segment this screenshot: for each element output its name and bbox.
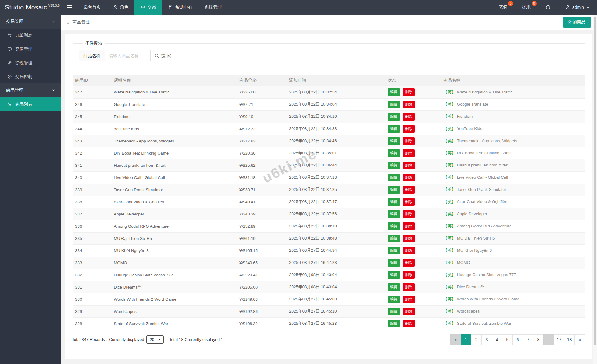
edit-button[interactable]: 编辑: [388, 125, 400, 133]
sidebar-item-product-list[interactable]: 商品列表: [0, 97, 61, 111]
edit-button[interactable]: 编辑: [388, 186, 400, 194]
delete-button[interactable]: 删除: [403, 320, 415, 327]
page-button-2[interactable]: 2: [471, 334, 482, 345]
edit-button[interactable]: 编辑: [388, 101, 400, 108]
delete-button[interactable]: 删除: [403, 308, 415, 315]
delete-button[interactable]: 删除: [403, 162, 415, 169]
table-row: 336Among Gods! RPG Adventure¥/$52.892025…: [73, 220, 585, 232]
edit-button[interactable]: 编辑: [388, 320, 400, 327]
edit-button[interactable]: 编辑: [388, 235, 400, 242]
cell-product-name: 【英】MU Khởi Nguyên 3: [441, 244, 585, 257]
product-name-text: DIY Boba Tea: Drinking Game: [457, 151, 512, 155]
page-button-3[interactable]: 3: [481, 334, 492, 345]
edit-button[interactable]: 编辑: [388, 222, 400, 230]
cell-price: ¥/$220.41: [237, 269, 287, 281]
delete-button[interactable]: 删除: [403, 198, 415, 206]
page-button-...[interactable]: ...: [543, 334, 554, 345]
product-name-text: Fishdom: [457, 114, 473, 119]
edit-button[interactable]: 编辑: [388, 198, 400, 206]
add-product-button[interactable]: 添加商品: [563, 17, 591, 28]
nav-item-roles[interactable]: 角色: [107, 0, 134, 15]
delete-button[interactable]: 删除: [403, 235, 415, 242]
page-button-6[interactable]: 6: [512, 334, 523, 345]
nav-item-trade[interactable]: 交易: [134, 0, 162, 15]
cell-status: 编辑删除: [385, 147, 441, 159]
edit-button[interactable]: 编辑: [388, 259, 400, 267]
nav-item-dashboard[interactable]: 后台首页: [78, 0, 107, 15]
vertical-scrollbar: [593, 15, 597, 364]
cell-price: ¥/$35.00: [237, 86, 287, 98]
delete-button[interactable]: 删除: [403, 186, 415, 194]
edit-button[interactable]: 编辑: [388, 283, 400, 291]
page-button-4[interactable]: 4: [492, 334, 502, 345]
page-button-18[interactable]: 18: [564, 334, 575, 345]
cell-price: ¥/$61.10: [237, 232, 287, 244]
cell-product-name: 【英】Themepack - App Icons, Widgets: [441, 135, 585, 147]
page-button-1[interactable]: 1: [461, 334, 471, 345]
edit-button[interactable]: 编辑: [388, 149, 400, 157]
page-button-»[interactable]: »: [574, 334, 585, 345]
page-button-8[interactable]: 8: [533, 334, 544, 345]
nav-item-withdraw[interactable]: 提现0: [515, 0, 538, 15]
nav-item-label: 帮助中心: [175, 5, 192, 10]
delete-button[interactable]: 删除: [403, 210, 415, 218]
edit-button[interactable]: 编辑: [388, 174, 400, 181]
user-menu[interactable]: admin: [558, 0, 597, 15]
edit-button[interactable]: 编辑: [388, 247, 400, 254]
delete-button[interactable]: 删除: [403, 149, 415, 157]
sidebar-section-product-mgmt[interactable]: 商品管理: [0, 83, 61, 97]
table-row: 347Waze Navigation & Live Traffic¥/$35.0…: [73, 86, 585, 98]
delete-button[interactable]: 删除: [403, 247, 415, 254]
cart-icon: [7, 102, 12, 107]
sidebar-item-recharge-mgmt[interactable]: 充值管理: [0, 42, 61, 56]
delete-button[interactable]: 删除: [403, 88, 415, 96]
page-button-17[interactable]: 17: [554, 334, 564, 345]
table-row: 328State of Survival: Zombie War¥/$196.3…: [73, 317, 585, 330]
edit-button[interactable]: 编辑: [388, 296, 400, 303]
edit-button[interactable]: 编辑: [388, 137, 400, 145]
sidebar-item-withdraw-mgmt[interactable]: 提现管理: [0, 56, 61, 70]
page-button-«[interactable]: «: [450, 334, 461, 345]
nav-item-help-center[interactable]: 帮助中心: [162, 0, 198, 15]
cell-add-time: 2025年03月22日 10:37:47: [287, 196, 385, 208]
search-button[interactable]: 搜 索: [150, 50, 175, 61]
cell-status: 编辑删除: [385, 184, 441, 196]
cell-status: 编辑删除: [385, 123, 441, 135]
nav-item-recharge[interactable]: 充值0: [491, 0, 515, 15]
cell-product-name: 【英】DIY Boba Tea: Drinking Game: [441, 147, 585, 159]
page-button-5[interactable]: 5: [502, 334, 513, 345]
product-name-input[interactable]: [105, 50, 146, 61]
delete-button[interactable]: 删除: [403, 137, 415, 145]
edit-button[interactable]: 编辑: [388, 113, 400, 121]
nav-item-system[interactable]: 系统管理: [198, 0, 228, 15]
delete-button[interactable]: 删除: [403, 101, 415, 108]
edit-button[interactable]: 编辑: [388, 88, 400, 96]
edit-button[interactable]: 编辑: [388, 271, 400, 279]
sidebar-item-trade-control[interactable]: 交易控制: [0, 70, 61, 83]
delete-button[interactable]: 删除: [403, 259, 415, 267]
sidebar-section-trade-mgmt[interactable]: 交易管理: [0, 15, 61, 29]
delete-button[interactable]: 删除: [403, 222, 415, 230]
edit-button[interactable]: 编辑: [388, 308, 400, 315]
cell-price: ¥/$196.32: [237, 317, 287, 330]
cell-status: 编辑删除: [385, 317, 441, 330]
page-size-select[interactable]: 20: [146, 335, 164, 344]
edit-button[interactable]: 编辑: [388, 210, 400, 218]
sidebar-toggle-button[interactable]: [61, 0, 78, 15]
language-tag: 【英】: [443, 151, 456, 155]
delete-button[interactable]: 删除: [403, 174, 415, 181]
sidebar-item-order-list[interactable]: 订单列表: [0, 29, 61, 42]
refresh-button[interactable]: [538, 0, 558, 15]
cell-status: 编辑删除: [385, 244, 441, 257]
page-button-7[interactable]: 7: [523, 334, 533, 345]
cell-shop-name: Azar-Chat Video & Gọi điện: [111, 196, 237, 208]
chevron-down-icon: [52, 20, 55, 23]
delete-button[interactable]: 删除: [403, 113, 415, 121]
product-name-text: MU Khởi Nguyên 3: [457, 248, 492, 253]
scrollbar-thumb[interactable]: [594, 17, 596, 345]
edit-button[interactable]: 编辑: [388, 162, 400, 169]
delete-button[interactable]: 删除: [403, 283, 415, 291]
delete-button[interactable]: 删除: [403, 125, 415, 133]
delete-button[interactable]: 删除: [403, 296, 415, 303]
delete-button[interactable]: 删除: [403, 271, 415, 279]
